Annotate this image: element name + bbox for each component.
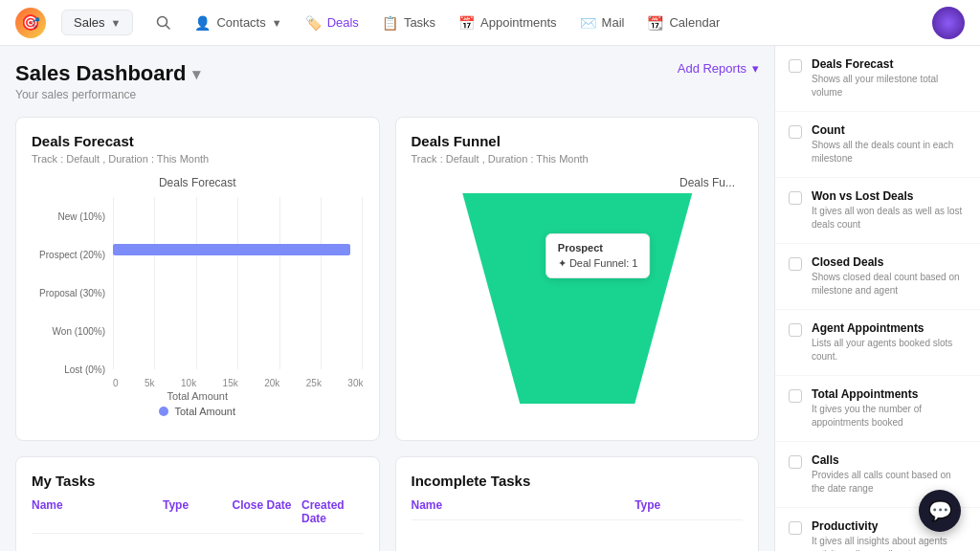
panel-deals-forecast-desc: Shows all your milestone total volume — [812, 73, 967, 99]
deals-funnel-card: Deals Funnel Track : Default , Duration … — [395, 117, 760, 441]
add-reports-button[interactable]: Add Reports ▾ — [678, 61, 759, 76]
incomplete-tasks-table-header: Name Type — [412, 498, 744, 520]
contacts-label: Contacts — [216, 15, 265, 30]
panel-calls-title: Calls — [812, 453, 967, 467]
my-tasks-col-close: Close Date — [233, 498, 295, 525]
calendar-icon: 📆 — [647, 15, 663, 31]
tasks-label: Tasks — [404, 15, 435, 30]
search-button[interactable] — [148, 8, 179, 38]
add-reports-chevron-icon: ▾ — [752, 61, 759, 76]
panel-deals-forecast-title: Deals Forecast — [812, 57, 967, 71]
bar-row-1 — [113, 243, 364, 256]
my-tasks-table-header: Name Type Close Date Created Date — [32, 498, 364, 534]
total-appointments-checkbox[interactable] — [789, 389, 802, 403]
x-label-3: 15k — [223, 378, 238, 388]
bar-chart-x-label: Total Amount — [32, 390, 364, 402]
calendar-label: Calendar — [669, 15, 720, 30]
panel-total-appointments-desc: It gives you the number of appointments … — [812, 403, 967, 430]
calls-checkbox[interactable] — [789, 455, 802, 469]
panel-productivity-desc: It gives all insights about agents activ… — [812, 535, 967, 551]
my-tasks-card: My Tasks Name Type Close Date Created Da… — [15, 456, 380, 551]
productivity-checkbox[interactable] — [789, 521, 802, 535]
nav-item-calendar[interactable]: 📆 Calendar — [647, 15, 720, 31]
legend-label: Total Amount — [174, 406, 235, 417]
tasks-icon: 📋 — [382, 15, 398, 31]
nav-item-appointments[interactable]: 📅 Appointments — [458, 15, 557, 31]
funnel-tooltip-title: Prospect — [558, 242, 638, 253]
panel-count-desc: Shows all the deals count in each milest… — [812, 139, 967, 165]
nav-item-contacts[interactable]: 👤 Contacts ▼ — [194, 15, 281, 31]
nav-item-mail[interactable]: ✉️ Mail — [580, 15, 625, 31]
my-tasks-title: My Tasks — [32, 473, 364, 489]
incomplete-tasks-card: Incomplete Tasks Name Type — [395, 456, 760, 551]
chat-widget[interactable]: 💬 — [919, 490, 961, 532]
page-header: Sales Dashboard ▾ Your sales performance… — [15, 61, 759, 101]
my-tasks-col-created: Created Date — [301, 498, 364, 525]
panel-count-title: Count — [812, 123, 967, 137]
sales-dropdown[interactable]: Sales ▼ — [61, 10, 133, 35]
bar-fill-1 — [113, 244, 350, 255]
panel-closed-deals-title: Closed Deals — [812, 255, 967, 269]
x-label-5: 25k — [306, 378, 322, 388]
funnel-tooltip: Prospect ✦ Deal Funnel: 1 — [546, 233, 651, 278]
main-layout: Sales Dashboard ▾ Your sales performance… — [0, 46, 980, 551]
incomplete-tasks-title: Incomplete Tasks — [412, 473, 744, 489]
bar-row-0 — [113, 209, 364, 223]
bar-row-4 — [113, 343, 364, 357]
x-label-4: 20k — [264, 378, 279, 388]
panel-item-won-vs-lost[interactable]: Won vs Lost Deals It gives all won deals… — [775, 178, 980, 244]
funnel-svg — [412, 193, 744, 404]
panel-item-total-appointments[interactable]: Total Appointments It gives you the numb… — [775, 376, 980, 442]
dropdown-chevron-icon: ▼ — [111, 17, 122, 29]
y-axis-label-1: Prospect (20%) — [32, 250, 105, 260]
deals-forecast-checkbox[interactable] — [789, 59, 802, 73]
deals-funnel-title: Deals Funnel — [412, 133, 744, 149]
navbar: 🎯 Sales ▼ 👤 Contacts ▼ 🏷️ Deals 📋 Tasks … — [0, 0, 980, 46]
my-tasks-col-name: Name — [32, 498, 155, 525]
svg-marker-2 — [462, 193, 692, 404]
bar-chart-x-axis: 0 5k 10k 15k 20k 25k 30k — [113, 378, 364, 388]
bar-row-2 — [113, 276, 364, 290]
panel-agent-appointments-desc: Lists all your agents booked slots count… — [812, 337, 967, 364]
user-avatar[interactable] — [932, 7, 965, 39]
agent-appointments-checkbox[interactable] — [789, 323, 802, 337]
contacts-icon: 👤 — [194, 15, 211, 31]
panel-won-vs-lost-title: Won vs Lost Deals — [812, 189, 967, 203]
legend-dot — [159, 407, 168, 416]
panel-item-deals-forecast[interactable]: Deals Forecast Shows all your milestone … — [775, 46, 980, 112]
panel-item-count[interactable]: Count Shows all the deals count in each … — [775, 112, 980, 178]
app-logo[interactable]: 🎯 — [15, 8, 46, 38]
count-checkbox[interactable] — [789, 125, 802, 139]
bar-chart-plot-area: 0 5k 10k 15k 20k 25k 30k — [113, 197, 364, 388]
funnel-chart-container: Deals Fu... Prospect ✦ Deal Funnel: 1 — [412, 176, 744, 425]
deals-forecast-subtitle: Track : Default , Duration : This Month — [32, 153, 364, 165]
bars-container — [113, 197, 364, 369]
bar-chart-container: New (10%) Prospect (20%) Proposal (30%) … — [32, 197, 364, 388]
panel-closed-deals-desc: Shows closed deal count based on milesto… — [812, 271, 967, 298]
panel-item-closed-deals[interactable]: Closed Deals Shows closed deal count bas… — [775, 244, 980, 310]
chat-icon: 💬 — [928, 499, 952, 522]
svg-line-1 — [167, 25, 170, 29]
closed-deals-checkbox[interactable] — [789, 257, 802, 271]
nav-item-tasks[interactable]: 📋 Tasks — [382, 15, 435, 31]
right-panel: Deals Forecast Shows all your milestone … — [774, 46, 980, 551]
panel-item-agent-appointments[interactable]: Agent Appointments Lists all your agents… — [775, 310, 980, 376]
incomplete-tasks-col-name: Name — [412, 498, 628, 512]
page-title-chevron-icon[interactable]: ▾ — [192, 65, 200, 83]
x-label-2: 10k — [181, 378, 196, 388]
panel-won-vs-lost-desc: It gives all won deals as well as lost d… — [812, 205, 967, 231]
nav-item-deals[interactable]: 🏷️ Deals — [305, 15, 359, 31]
bar-row-3 — [113, 310, 364, 323]
y-axis-label-3: Won (100%) — [32, 326, 105, 337]
y-axis-label-4: Lost (0%) — [32, 364, 105, 375]
mail-label: Mail — [602, 15, 625, 30]
bottom-grid: My Tasks Name Type Close Date Created Da… — [15, 456, 759, 551]
x-label-6: 30k — [347, 378, 363, 388]
x-label-1: 5k — [145, 378, 155, 388]
y-axis-label-2: Proposal (30%) — [32, 288, 105, 298]
search-icon — [156, 15, 171, 31]
dropdown-label: Sales — [74, 15, 105, 30]
dashboard-grid: Deals Forecast Track : Default , Duratio… — [15, 117, 759, 441]
won-vs-lost-checkbox[interactable] — [789, 191, 802, 205]
y-axis-label-0: New (10%) — [32, 211, 105, 222]
